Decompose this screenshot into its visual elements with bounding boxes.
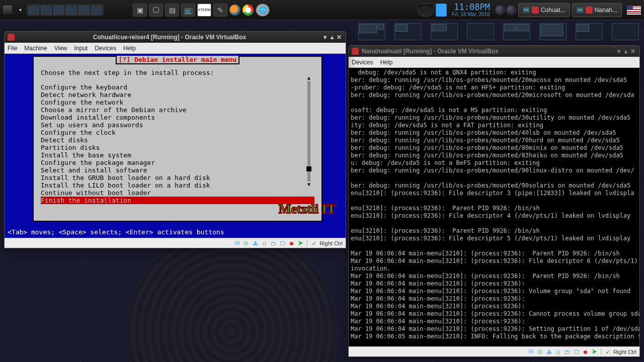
workspace-pager[interactable] — [358, 23, 385, 40]
shared-folder-icon[interactable]: 🗀 — [564, 348, 571, 355]
minimize-button[interactable]: ▾ — [615, 48, 622, 55]
display-icon[interactable]: 🖵 — [573, 348, 580, 355]
usb-icon[interactable]: ⎙ — [261, 240, 268, 247]
tray-orbs — [495, 5, 516, 15]
installer-item[interactable]: Partition disks — [41, 144, 314, 151]
scrollbar[interactable]: ▲ ▼ — [307, 81, 310, 182]
globe-icon[interactable]: 🌐 — [256, 4, 270, 17]
menu-help[interactable]: Help — [123, 45, 136, 52]
taskbar: ▾ ▣ 🖵 ▤ 📺 XTERM ✎ 🌐 11:08PM Fri, 18 Mar,… — [0, 0, 644, 20]
recording-icon[interactable]: ⏺ — [582, 348, 589, 355]
host-key-label: Right Ctrl — [319, 240, 343, 246]
firefox-icon[interactable] — [229, 5, 240, 16]
menubar: File Machine View Input Devices Help — [5, 43, 346, 54]
clock[interactable]: 11:08PM Fri, 18 Mar, 2016 — [452, 3, 490, 17]
menu-view[interactable]: View — [54, 45, 67, 52]
workspace-thumbs[interactable] — [27, 4, 104, 16]
workspace-pager[interactable] — [612, 23, 639, 40]
statusbar: ⛁ ◎ 🖧 ⎙ 🗀 🖵 ⏺ ⮞ ↙ Right Ctrl — [349, 346, 639, 356]
installer-item[interactable]: Detect disks — [41, 136, 314, 144]
notes-icon[interactable] — [436, 4, 447, 17]
maximize-button[interactable]: ▴ — [622, 48, 629, 55]
menu-input[interactable]: Input — [74, 45, 88, 52]
installer-item[interactable]: Configure the network — [41, 99, 314, 106]
installer-item[interactable]: Select and install software — [41, 166, 314, 174]
shared-folder-icon[interactable]: 🗀 — [270, 240, 277, 247]
workspace-pager[interactable] — [539, 23, 567, 40]
taskbar-task-cohuatlicue[interactable]: 64 Cohuat... — [518, 3, 570, 17]
taskbar-task-nanahuahuatl[interactable]: 64 Nanah... — [572, 3, 622, 17]
files-icon[interactable]: ▤ — [165, 4, 179, 17]
installer-title: [?] Debian installer main menu — [116, 56, 240, 64]
virtualbox-icon — [8, 34, 15, 41]
usb-icon[interactable]: ⎙ — [554, 348, 561, 355]
chevron-down-icon[interactable]: ▾ — [19, 7, 22, 13]
disk-icon[interactable]: ⛁ — [527, 348, 534, 355]
start-launcher-icon[interactable] — [3, 6, 12, 15]
vm-guest-display[interactable]: [?] Debian installer main menu Choose th… — [5, 54, 346, 238]
window-title: Cohuatlicue-reiser4 [Running] - Oracle V… — [18, 34, 321, 41]
menu-file[interactable]: File — [8, 45, 17, 52]
disk-icon[interactable]: ⛁ — [233, 240, 240, 247]
menu-machine[interactable]: Machine — [24, 45, 47, 52]
titlebar[interactable]: Nanahuahuatl [Running] - Oracle VM Virtu… — [349, 46, 639, 57]
cpu-gauge-icon[interactable] — [418, 4, 434, 17]
installer-prompt: Choose the next step in the install proc… — [41, 69, 314, 76]
virtualbox-icon — [586, 7, 593, 14]
installer-item[interactable]: Install the LILO boot loader on a hard d… — [41, 182, 314, 189]
keyboard-layout-us-icon[interactable] — [627, 6, 641, 15]
workspace-pager[interactable] — [576, 23, 603, 40]
installer-item[interactable]: Detect network hardware — [41, 91, 314, 99]
scroll-down-icon[interactable]: ▼ — [307, 183, 311, 187]
pager-row — [358, 23, 639, 40]
window-title: Nanahuahuatl [Running] - Oracle VM Virtu… — [362, 48, 615, 55]
close-button[interactable]: ✕ — [629, 48, 636, 55]
workspace-pager[interactable] — [431, 23, 458, 40]
installer-item[interactable]: Configure the keyboard — [41, 83, 314, 91]
guest-additions-icon[interactable]: ⮞ — [591, 348, 598, 355]
installer-item[interactable]: Choose a mirror of the Debian archive — [41, 106, 314, 114]
mouse-integration-icon[interactable]: ↙ — [310, 240, 317, 247]
installer-menu-list[interactable]: Configure the keyboardDetect network har… — [41, 83, 314, 204]
monitor-icon[interactable]: 🖵 — [149, 4, 163, 17]
workspace-pager[interactable] — [503, 23, 530, 40]
mouse-integration-icon[interactable]: ↙ — [604, 348, 611, 355]
installer-item[interactable]: Install the GRUB boot loader on a hard d… — [41, 174, 314, 182]
minimize-button[interactable]: ▾ — [321, 34, 329, 41]
close-button[interactable]: ✕ — [336, 34, 343, 41]
scroll-up-icon[interactable]: ▲ — [307, 76, 311, 80]
installer-item[interactable]: Set up users and passwords — [41, 121, 314, 129]
window-cohuatlicue: Cohuatlicue-reiser4 [Running] - Oracle V… — [4, 31, 346, 248]
maximize-button[interactable]: ▴ — [329, 34, 336, 41]
optical-icon[interactable]: ◎ — [243, 240, 250, 247]
menu-devices[interactable]: Devices — [352, 59, 373, 66]
menu-devices[interactable]: Devices — [95, 45, 116, 52]
menu-help[interactable]: Help — [380, 59, 393, 66]
titlebar[interactable]: Cohuatlicue-reiser4 [Running] - Oracle V… — [5, 32, 346, 43]
virtualbox-icon — [532, 7, 539, 14]
scroll-thumb[interactable] — [306, 166, 311, 171]
network-icon[interactable]: 🖧 — [252, 240, 259, 247]
installer-item[interactable]: Configure the package manager — [41, 159, 314, 166]
vm-guest-console[interactable]: debug: /dev/sda5 is not a QNX4 partition… — [349, 68, 639, 346]
editor-icon[interactable]: ✎ — [213, 4, 227, 17]
terminal-icon[interactable]: ▣ — [133, 4, 147, 17]
installer-item[interactable]: Configure the clock — [41, 129, 314, 136]
installer-item[interactable]: Continue without boot loader — [41, 189, 314, 197]
network-icon[interactable]: 🖧 — [545, 348, 552, 355]
virtualbox-icon — [352, 48, 359, 55]
chromium-icon[interactable] — [243, 5, 254, 16]
statusbar: ⛁ ◎ 🖧 ⎙ 🗀 🖵 ⏺ ⮞ ↙ Right Ctrl — [5, 238, 346, 248]
installer-item[interactable]: Finish the installation — [41, 197, 314, 204]
optical-icon[interactable]: ◎ — [536, 348, 543, 355]
installer-item[interactable]: Install the base system — [41, 151, 314, 159]
recording-icon[interactable]: ⏺ — [288, 240, 295, 247]
workspace-pager[interactable] — [394, 23, 422, 40]
workspace-pager[interactable] — [467, 23, 494, 40]
debian-installer-panel: [?] Debian installer main menu Choose th… — [33, 56, 323, 222]
installer-item[interactable]: Download installer components — [41, 114, 314, 121]
guest-additions-icon[interactable]: ⮞ — [297, 240, 304, 247]
xterm-icon[interactable]: XTERM — [197, 4, 211, 17]
tv-icon[interactable]: 📺 — [181, 4, 195, 17]
display-icon[interactable]: 🖵 — [279, 240, 286, 247]
